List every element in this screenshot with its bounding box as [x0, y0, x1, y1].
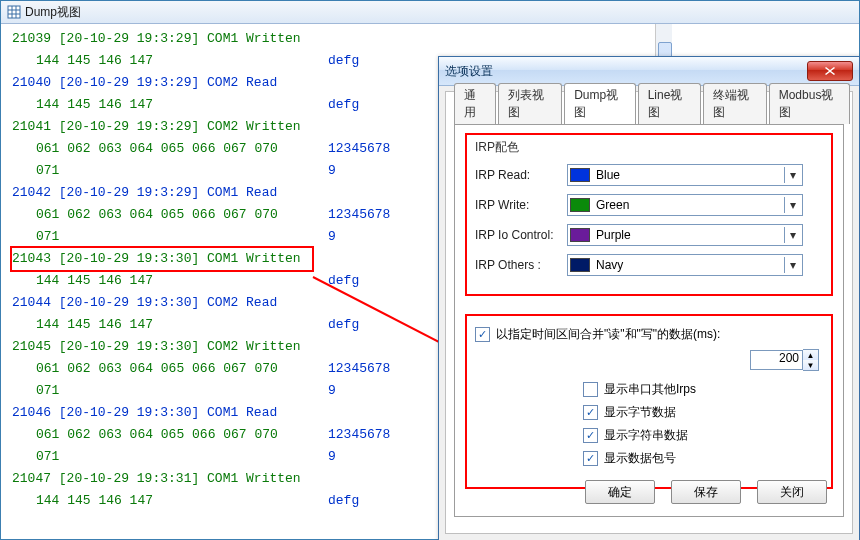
window-titlebar[interactable]: Dump视图 — [1, 1, 859, 24]
color-field-3: IRP Others :Navy▾ — [475, 254, 823, 276]
chevron-down-icon[interactable]: ▾ — [784, 257, 800, 273]
color-swatch — [570, 168, 590, 182]
color-field-2: IRP Io Control:Purple▾ — [475, 224, 823, 246]
tab-pane-dump: IRP配色 IRP Read:Blue▾IRP Write:Green▾IRP … — [454, 124, 844, 517]
check-line-3: ✓显示数据包号 — [583, 450, 823, 467]
close-button[interactable] — [807, 61, 853, 81]
field-label: IRP Others : — [475, 258, 567, 272]
merge-value[interactable]: 200 — [750, 350, 803, 370]
color-swatch — [570, 258, 590, 272]
dump-view-window: Dump视图 21039 [20-10-29 19:3:29] COM1 Wri… — [0, 0, 860, 540]
merge-label: 以指定时间区间合并"读"和"写"的数据(ms): — [496, 326, 720, 343]
dialog-titlebar[interactable]: 选项设置 — [439, 57, 859, 86]
color-swatch — [570, 198, 590, 212]
grid-icon — [7, 5, 21, 19]
spin-up-icon[interactable]: ▲ — [803, 350, 818, 360]
color-name: Navy — [596, 258, 784, 272]
merge-checkbox[interactable]: ✓ — [475, 327, 490, 342]
checkbox[interactable]: ✓ — [583, 405, 598, 420]
chevron-down-icon[interactable]: ▾ — [784, 197, 800, 213]
merge-spinner[interactable]: 200 ▲▼ — [750, 349, 819, 371]
log-header[interactable]: 21039 [20-10-29 19:3:29] COM1 Written — [12, 28, 655, 50]
color-field-1: IRP Write:Green▾ — [475, 194, 823, 216]
close-dialog-button[interactable]: 关闭 — [757, 480, 827, 504]
save-button[interactable]: 保存 — [671, 480, 741, 504]
color-name: Green — [596, 198, 784, 212]
tab-bar: 通用列表视图Dump视图Line视图终端视图Modbus视图 — [454, 100, 852, 124]
check-label: 显示数据包号 — [604, 450, 676, 467]
color-field-0: IRP Read:Blue▾ — [475, 164, 823, 186]
check-label: 显示字符串数据 — [604, 427, 688, 444]
window-title: Dump视图 — [25, 4, 81, 21]
close-icon — [825, 67, 835, 75]
dialog-title: 选项设置 — [445, 63, 493, 80]
chevron-down-icon[interactable]: ▾ — [784, 167, 800, 183]
check-line-1: ✓显示字节数据 — [583, 404, 823, 421]
color-combo[interactable]: Purple▾ — [567, 224, 803, 246]
color-combo[interactable]: Blue▾ — [567, 164, 803, 186]
merge-option-line: ✓ 以指定时间区间合并"读"和"写"的数据(ms): — [475, 326, 823, 343]
color-combo[interactable]: Navy▾ — [567, 254, 803, 276]
field-label: IRP Io Control: — [475, 228, 567, 242]
check-line-2: ✓显示字符串数据 — [583, 427, 823, 444]
color-combo[interactable]: Green▾ — [567, 194, 803, 216]
tab-5[interactable]: Modbus视图 — [769, 83, 850, 124]
irp-color-group: IRP配色 IRP Read:Blue▾IRP Write:Green▾IRP … — [465, 133, 833, 296]
tab-2[interactable]: Dump视图 — [564, 83, 635, 125]
group-label: IRP配色 — [475, 139, 823, 156]
color-name: Purple — [596, 228, 784, 242]
tab-3[interactable]: Line视图 — [638, 83, 701, 124]
tab-0[interactable]: 通用 — [454, 83, 496, 124]
checkbox[interactable]: ✓ — [583, 451, 598, 466]
svg-rect-0 — [8, 6, 20, 18]
spinner-buttons[interactable]: ▲▼ — [803, 349, 819, 371]
tab-4[interactable]: 终端视图 — [703, 83, 767, 124]
dialog-body: 通用列表视图Dump视图Line视图终端视图Modbus视图 IRP配色 IRP… — [445, 91, 853, 534]
data-options-group: ✓ 以指定时间区间合并"读"和"写"的数据(ms): 200 ▲▼ 显示串口其他… — [465, 314, 833, 489]
dialog-buttons: 确定 保存 关闭 — [585, 480, 827, 504]
spin-down-icon[interactable]: ▼ — [803, 360, 818, 370]
chevron-down-icon[interactable]: ▾ — [784, 227, 800, 243]
check-line-0: 显示串口其他Irps — [583, 381, 823, 398]
color-swatch — [570, 228, 590, 242]
checkbox[interactable]: ✓ — [583, 428, 598, 443]
check-label: 显示串口其他Irps — [604, 381, 696, 398]
ok-button[interactable]: 确定 — [585, 480, 655, 504]
field-label: IRP Write: — [475, 198, 567, 212]
check-label: 显示字节数据 — [604, 404, 676, 421]
color-name: Blue — [596, 168, 784, 182]
tab-1[interactable]: 列表视图 — [498, 83, 562, 124]
options-dialog: 选项设置 通用列表视图Dump视图Line视图终端视图Modbus视图 IRP配… — [438, 56, 860, 540]
field-label: IRP Read: — [475, 168, 567, 182]
checkbox[interactable] — [583, 382, 598, 397]
